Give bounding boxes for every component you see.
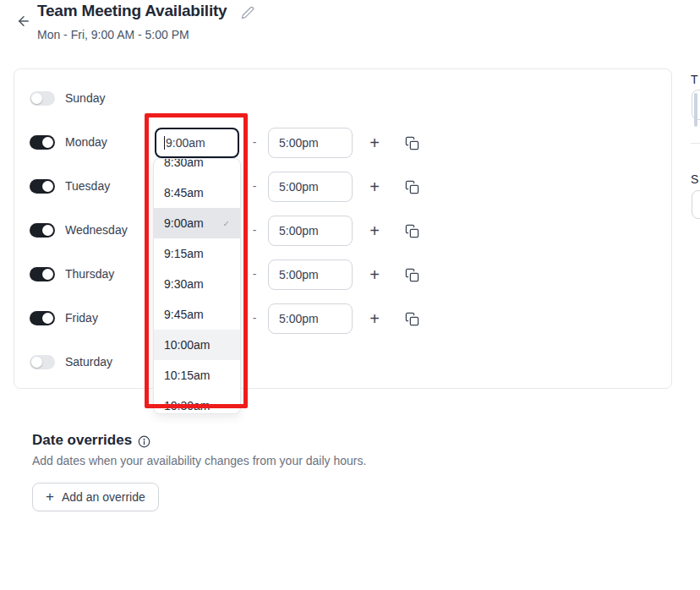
friday-toggle[interactable]: [30, 311, 55, 325]
tuesday-end-time-input[interactable]: 5:00pm: [268, 172, 353, 202]
toggle-knob: [42, 181, 53, 192]
secondary-action-button[interactable]: [692, 190, 700, 219]
day-label: Saturday: [65, 355, 112, 369]
time-option[interactable]: 9:15am: [154, 238, 240, 269]
toggle-knob: [42, 225, 53, 236]
monday-start-time-input[interactable]: 9:00am: [155, 128, 239, 158]
time-option[interactable]: 8:30am: [154, 158, 240, 178]
arrow-left-icon: [16, 14, 31, 29]
day-label: Tuesday: [65, 179, 110, 193]
add-time-slot-button[interactable]: +: [364, 265, 385, 285]
day-row-saturday: Saturday: [14, 347, 671, 378]
day-label: Thursday: [65, 267, 114, 281]
page-title: Team Meeting Availability: [37, 2, 227, 20]
add-time-slot-button[interactable]: +: [364, 133, 385, 153]
plus-icon: +: [46, 489, 54, 505]
day-row-wednesday: Wednesday - 5:00pm +: [14, 216, 671, 246]
date-overrides-title: Date overrides: [32, 432, 132, 449]
copy-times-button[interactable]: [402, 133, 422, 153]
end-time-value: 5:00pm: [279, 180, 319, 194]
day-row-friday: Friday - 5:00pm +: [14, 303, 671, 334]
info-icon[interactable]: [138, 435, 150, 448]
thursday-end-time-input[interactable]: 5:00pm: [268, 259, 353, 290]
time-option-label: 9:00am: [164, 216, 204, 230]
copy-icon: [405, 268, 419, 282]
time-options-list: 8:30am 8:45am 9:00am ✓ 9:15am 9:30am 9:4…: [154, 158, 240, 414]
wednesday-end-time-input[interactable]: 5:00pm: [268, 216, 353, 246]
end-time-value: 5:00pm: [279, 224, 319, 238]
toggle-knob: [42, 313, 53, 324]
time-option-selected[interactable]: 9:00am ✓: [154, 208, 240, 238]
tuesday-toggle[interactable]: [30, 179, 55, 194]
toggle-knob: [31, 93, 42, 104]
day-label: Wednesday: [65, 223, 128, 237]
secondary-section-label: S: [691, 172, 698, 186]
time-range-separator: -: [248, 135, 261, 149]
time-option[interactable]: 9:45am: [154, 299, 240, 330]
schedule-summary: Mon - Fri, 9:00 AM - 5:00 PM: [37, 28, 189, 41]
date-overrides-description: Add dates when your availability changes…: [32, 454, 366, 467]
copy-icon: [405, 312, 419, 326]
time-options-dropdown: 8:30am 8:45am 9:00am ✓ 9:15am 9:30am 9:4…: [153, 158, 241, 414]
dropdown-scrollbar[interactable]: [694, 93, 697, 127]
toggle-knob: [42, 137, 53, 148]
time-option[interactable]: 10:15am: [154, 360, 240, 391]
add-time-slot-button[interactable]: +: [364, 221, 385, 241]
toggle-knob: [31, 357, 42, 368]
thursday-toggle[interactable]: [30, 267, 55, 281]
copy-times-button[interactable]: [402, 177, 422, 197]
day-row-thursday: Thursday - 5:00pm +: [14, 259, 671, 290]
time-option[interactable]: 8:45am: [154, 178, 240, 208]
availability-card: Sunday Monday 9:00am - 5:00pm + Tuesday …: [14, 68, 672, 389]
day-row-tuesday: Tuesday - 5:00pm +: [14, 172, 671, 202]
time-option[interactable]: 9:30am: [154, 269, 240, 299]
saturday-toggle[interactable]: [30, 355, 55, 369]
sunday-toggle[interactable]: [30, 91, 55, 106]
time-range-separator: -: [248, 223, 261, 237]
day-label: Sunday: [65, 91, 105, 105]
start-time-value: 9:00am: [166, 136, 205, 150]
add-override-button[interactable]: + Add an override: [32, 483, 159, 511]
date-overrides-header: Date overrides: [32, 432, 150, 449]
time-range-separator: -: [248, 179, 261, 193]
time-option[interactable]: 10:30am: [154, 391, 240, 414]
add-override-label: Add an override: [62, 490, 145, 504]
end-time-value: 5:00pm: [279, 136, 319, 150]
toggle-knob: [42, 269, 53, 280]
end-time-value: 5:00pm: [279, 312, 319, 325]
text-cursor: [164, 136, 165, 150]
edit-pencil-icon[interactable]: [241, 6, 254, 19]
copy-icon: [405, 180, 419, 194]
right-panel-divider: [691, 143, 700, 144]
add-time-slot-button[interactable]: +: [364, 177, 385, 197]
copy-times-button[interactable]: [402, 309, 422, 329]
copy-icon: [405, 224, 419, 238]
add-time-slot-button[interactable]: +: [364, 309, 385, 329]
back-button[interactable]: [14, 11, 34, 31]
time-option-highlighted[interactable]: 10:00am: [154, 330, 240, 360]
check-icon: ✓: [223, 219, 230, 228]
day-row-monday: Monday 9:00am - 5:00pm +: [14, 128, 671, 158]
end-time-value: 5:00pm: [279, 268, 319, 281]
copy-times-button[interactable]: [402, 265, 422, 285]
monday-end-time-input[interactable]: 5:00pm: [268, 128, 353, 158]
day-label: Monday: [65, 135, 107, 149]
time-range-separator: -: [248, 267, 261, 281]
copy-times-button[interactable]: [402, 221, 422, 241]
copy-icon: [405, 136, 419, 150]
friday-end-time-input[interactable]: 5:00pm: [268, 303, 353, 334]
day-row-sunday: Sunday: [14, 84, 671, 114]
timezone-section-label: T: [691, 73, 698, 86]
monday-toggle[interactable]: [30, 135, 55, 150]
time-range-separator: -: [248, 311, 261, 325]
wednesday-toggle[interactable]: [30, 223, 55, 238]
day-label: Friday: [65, 311, 98, 325]
